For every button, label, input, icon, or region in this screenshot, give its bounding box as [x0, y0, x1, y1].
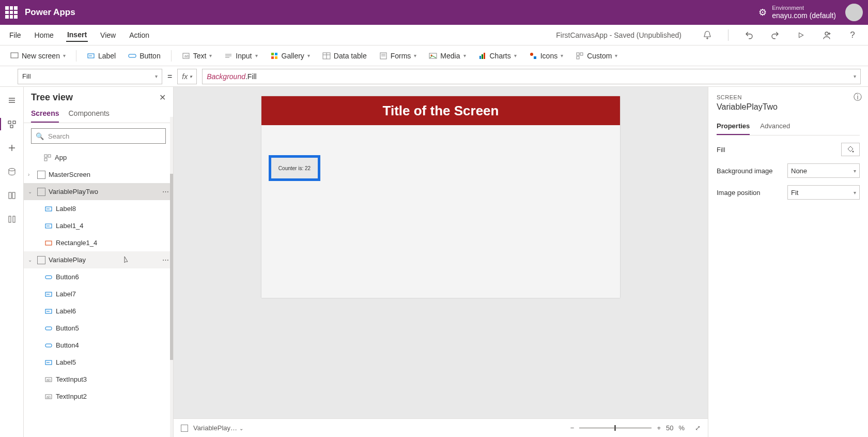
undo-icon[interactable] — [742, 28, 756, 42]
svg-rect-14 — [271, 53, 274, 55]
svg-point-42 — [9, 169, 15, 171]
tree-tab-components[interactable]: Components — [68, 105, 109, 123]
fit-screen-icon[interactable]: ⤢ — [695, 424, 701, 432]
ribbon-new-screen[interactable]: New screen▾ — [7, 50, 69, 62]
rail-data-icon[interactable] — [6, 165, 18, 178]
tree-tab-screens[interactable]: Screens — [31, 105, 59, 123]
tree-item-label7[interactable]: Label7 — [24, 285, 173, 303]
zoom-slider[interactable] — [579, 427, 652, 429]
svg-rect-54 — [45, 241, 52, 245]
fill-color-swatch[interactable] — [841, 143, 860, 156]
user-avatar[interactable] — [845, 4, 863, 21]
menu-insert[interactable]: Insert — [66, 28, 88, 42]
svg-point-68 — [853, 151, 854, 153]
app-checker-icon[interactable] — [700, 28, 715, 42]
svg-rect-32 — [580, 53, 583, 55]
more-icon[interactable]: ⋯ — [162, 188, 169, 195]
tree-item-textinput2[interactable]: ab TextInput2 — [24, 388, 173, 405]
screen-icon — [181, 425, 188, 432]
ribbon-icons[interactable]: Icons▾ — [526, 50, 566, 62]
zoom-in-icon[interactable]: + — [657, 424, 661, 432]
tree-item-button5[interactable]: Button5 — [24, 320, 173, 337]
ribbon-input[interactable]: Input▾ — [221, 50, 260, 62]
redo-icon[interactable] — [768, 28, 782, 42]
rail-hamburger-icon[interactable] — [6, 94, 18, 107]
svg-rect-31 — [577, 53, 579, 55]
ribbon-button[interactable]: Button — [125, 50, 163, 62]
app-icon — [43, 154, 52, 162]
svg-rect-46 — [13, 216, 15, 222]
tree-search[interactable]: 🔍 Search — [31, 128, 166, 144]
footer-screen-selector[interactable]: VariablePlay… ⌄ — [193, 424, 243, 432]
button-icon — [44, 341, 53, 350]
play-icon[interactable] — [794, 28, 808, 42]
custom-icon — [576, 52, 584, 60]
info-icon[interactable]: ⓘ — [854, 92, 862, 103]
tree-item-label8[interactable]: Label8 — [24, 200, 173, 217]
ribbon-data-table[interactable]: Data table — [319, 50, 370, 62]
tree-item-button6[interactable]: Button6 — [24, 268, 173, 285]
canvas-footer: VariablePlay… ⌄ − + 50 % ⤢ — [174, 418, 708, 437]
canvas-screen[interactable]: Title of the Screen Counter is: 22 — [261, 96, 620, 298]
bgimage-select[interactable]: None▾ — [787, 163, 860, 178]
textinput-icon: ab — [44, 393, 53, 401]
prop-bgimage-label: Background image — [717, 167, 772, 175]
fx-button[interactable]: fx▾ — [177, 69, 197, 84]
tree-item-label5[interactable]: Label5 — [24, 354, 173, 371]
menu-view[interactable]: View — [99, 29, 117, 41]
tree-item-textinput3[interactable]: ab TextInput3 — [24, 371, 173, 388]
environment-icon[interactable]: ⚙ — [758, 7, 767, 18]
rail-insert-icon[interactable] — [6, 142, 18, 154]
ribbon-media[interactable]: Media▾ — [426, 50, 469, 62]
tree-item-masterscreen[interactable]: › MasterScreen — [24, 166, 173, 183]
ribbon-forms[interactable]: Forms▾ — [376, 50, 420, 62]
input-icon — [224, 52, 233, 60]
menu-action[interactable]: Action — [128, 29, 150, 41]
counter-button[interactable]: Counter is: 22 — [269, 155, 320, 181]
tree-item-label6[interactable]: Label6 — [24, 303, 173, 320]
ribbon-charts[interactable]: Charts▾ — [475, 50, 520, 62]
rail-tree-view-icon[interactable] — [0, 118, 18, 130]
tree-item-variableplaytwo[interactable]: ⌄ VariablePlayTwo ⋯ — [24, 183, 173, 200]
zoom-out-icon[interactable]: − — [570, 424, 575, 432]
screen-icon — [10, 52, 19, 60]
close-tree-icon[interactable]: ✕ — [159, 93, 166, 102]
screen-icon — [37, 256, 45, 264]
rail-tools-icon[interactable] — [6, 213, 18, 225]
svg-point-29 — [530, 53, 533, 56]
property-selector[interactable]: Fill▾ — [18, 69, 162, 84]
tree-title: Tree view — [31, 92, 73, 103]
svg-marker-1 — [799, 33, 803, 37]
svg-rect-37 — [8, 121, 11, 124]
formula-input[interactable]: Background.Fill ▾ — [202, 69, 861, 84]
rail-media-icon[interactable] — [6, 189, 18, 202]
tree-item-label1-4[interactable]: Label1_4 — [24, 217, 173, 234]
text-icon: ab — [182, 52, 190, 60]
waffle-icon[interactable] — [5, 6, 18, 19]
menu-file[interactable]: File — [8, 29, 22, 41]
props-tab-advanced[interactable]: Advanced — [760, 118, 790, 135]
ribbon-gallery[interactable]: Gallery▾ — [267, 50, 313, 62]
help-icon[interactable]: ? — [845, 28, 860, 42]
environment-value[interactable]: enayu.com (default) — [772, 11, 836, 20]
ribbon-custom[interactable]: Custom▾ — [572, 50, 621, 62]
label-icon — [44, 222, 53, 230]
menu-home[interactable]: Home — [34, 29, 55, 41]
screen-title-label[interactable]: Title of the Screen — [261, 96, 620, 125]
more-icon[interactable]: ⋯ — [162, 256, 169, 264]
tree-item-rectangle1-4[interactable]: Rectangle1_4 — [24, 234, 173, 251]
props-tab-properties[interactable]: Properties — [717, 118, 750, 135]
search-icon: 🔍 — [36, 132, 44, 140]
tree-item-button4[interactable]: Button4 — [24, 337, 173, 354]
tree-item-variableplay[interactable]: ⌄ VariablePlay ⋯ — [24, 251, 173, 268]
props-element-name: VariablePlayTwo — [717, 102, 860, 112]
imgpos-select[interactable]: Fit▾ — [787, 185, 860, 200]
ribbon-label[interactable]: Label — [84, 50, 119, 62]
tree-item-app[interactable]: App — [24, 149, 173, 166]
ribbon-text[interactable]: ab Text▾ — [179, 50, 215, 62]
app-title: Power Apps — [25, 7, 75, 18]
svg-rect-27 — [482, 54, 483, 59]
share-icon[interactable] — [819, 28, 834, 42]
tree-scrollbar[interactable] — [170, 117, 173, 437]
icons-icon — [529, 52, 537, 60]
